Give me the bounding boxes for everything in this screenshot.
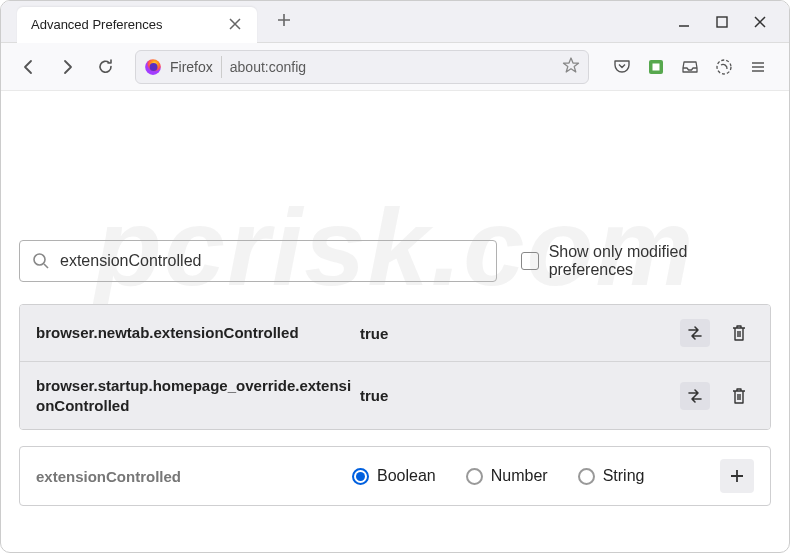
minimize-button[interactable] — [675, 13, 693, 31]
pref-value: true — [360, 387, 680, 404]
add-pref-name: extensionControlled — [36, 468, 352, 485]
reload-button[interactable] — [89, 51, 121, 83]
browser-toolbar: Firefox about:config — [1, 43, 789, 91]
inbox-icon[interactable] — [679, 56, 701, 78]
radio-boolean[interactable]: Boolean — [352, 467, 436, 485]
watermark: pcrisk.com — [19, 113, 771, 240]
address-bar[interactable]: Firefox about:config — [135, 50, 589, 84]
prefs-list: browser.newtab.extensionControlled true … — [19, 304, 771, 430]
extension-icon[interactable] — [645, 56, 667, 78]
radio-string[interactable]: String — [578, 467, 645, 485]
pref-row: browser.startup.homepage_override.extens… — [20, 362, 770, 429]
radio-label: Boolean — [377, 467, 436, 485]
pref-value: true — [360, 325, 680, 342]
new-tab-button[interactable] — [269, 7, 299, 36]
divider — [221, 56, 222, 78]
close-window-button[interactable] — [751, 13, 769, 31]
svg-point-5 — [717, 60, 731, 74]
search-icon — [32, 252, 50, 270]
close-tab-icon[interactable] — [227, 14, 243, 36]
pref-search-input[interactable] — [60, 252, 484, 270]
delete-button[interactable] — [724, 382, 754, 410]
browser-label: Firefox — [170, 59, 213, 75]
forward-button[interactable] — [51, 51, 83, 83]
shield-icon[interactable] — [713, 56, 735, 78]
radio-label: Number — [491, 467, 548, 485]
svg-point-2 — [150, 63, 158, 71]
firefox-logo-icon — [144, 58, 162, 76]
window-controls — [675, 13, 789, 31]
add-pref-row: extensionControlled Boolean Number Strin… — [19, 446, 771, 506]
show-only-label: Show only modified preferences — [549, 243, 771, 279]
pocket-icon[interactable] — [611, 56, 633, 78]
radio-icon — [352, 468, 369, 485]
svg-point-6 — [34, 254, 45, 265]
checkbox[interactable] — [521, 252, 539, 270]
toolbar-right-icons — [603, 56, 777, 78]
pref-row: browser.newtab.extensionControlled true — [20, 305, 770, 362]
page-content: pcrisk.com Show only modified preference… — [1, 91, 789, 528]
add-button[interactable] — [720, 459, 754, 493]
toggle-button[interactable] — [680, 382, 710, 410]
radio-label: String — [603, 467, 645, 485]
svg-rect-4 — [653, 63, 660, 70]
url-text: about:config — [230, 59, 554, 75]
maximize-button[interactable] — [713, 13, 731, 31]
pref-name: browser.newtab.extensionControlled — [36, 323, 360, 343]
bookmark-star-icon[interactable] — [562, 56, 580, 78]
svg-rect-0 — [717, 17, 727, 27]
pref-name: browser.startup.homepage_override.extens… — [36, 376, 360, 415]
tab-title: Advanced Preferences — [31, 17, 163, 32]
show-only-modified[interactable]: Show only modified preferences — [521, 243, 771, 279]
toggle-button[interactable] — [680, 319, 710, 347]
titlebar: Advanced Preferences — [1, 1, 789, 43]
radio-icon — [578, 468, 595, 485]
radio-icon — [466, 468, 483, 485]
back-button[interactable] — [13, 51, 45, 83]
hamburger-menu-icon[interactable] — [747, 56, 769, 78]
type-radio-group: Boolean Number String — [352, 467, 720, 485]
radio-number[interactable]: Number — [466, 467, 548, 485]
delete-button[interactable] — [724, 319, 754, 347]
pref-search-box[interactable] — [19, 240, 497, 282]
browser-tab[interactable]: Advanced Preferences — [17, 7, 257, 43]
